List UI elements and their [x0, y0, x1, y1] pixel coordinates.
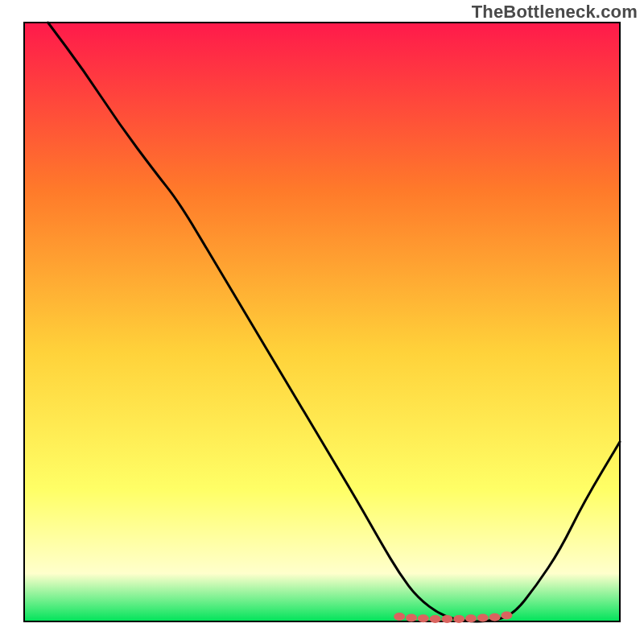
- optimal-marker: [430, 615, 441, 623]
- optimal-marker: [453, 615, 464, 623]
- optimal-marker: [394, 613, 405, 621]
- chart-container: TheBottleneck.com: [0, 0, 644, 644]
- optimal-marker: [477, 614, 489, 622]
- optimal-marker: [501, 612, 512, 620]
- watermark-text: TheBottleneck.com: [472, 2, 638, 23]
- optimal-marker: [489, 613, 501, 621]
- plot-background: [24, 23, 620, 621]
- optimal-marker: [441, 615, 452, 623]
- optimal-marker: [418, 614, 429, 622]
- optimal-marker: [406, 614, 417, 622]
- optimal-marker: [465, 614, 477, 622]
- bottleneck-chart: [0, 0, 644, 644]
